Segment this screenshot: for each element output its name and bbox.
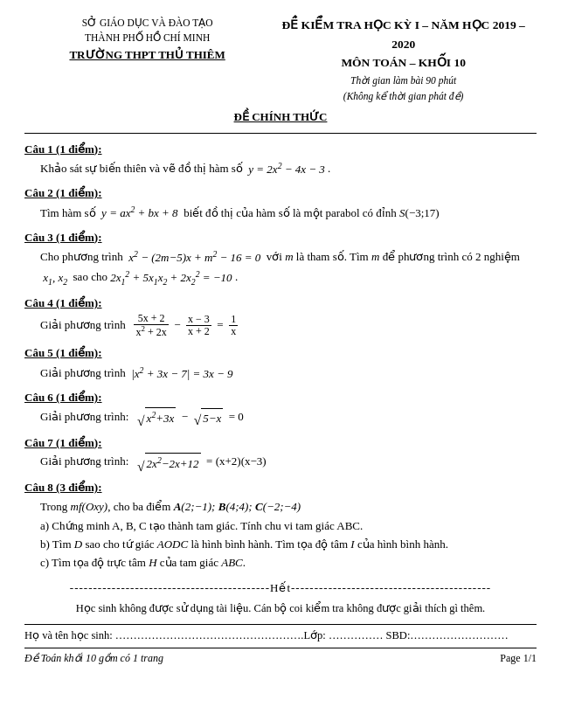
q5-formula: |x2 + 3x − 7| = 3x − 9 <box>131 367 232 380</box>
q4-content: Giải phương trình 5x + 2 x2 + 2x − x − 3… <box>40 313 537 338</box>
header-left: SỞ GIÁO DỤC VÀ ĐÀO TẠO THÀNH PHỐ HỒ CHÍ … <box>24 16 270 105</box>
q1-formula: y = 2x2 − 4x − 3 <box>248 163 325 176</box>
q4-frac3: 1 x <box>229 314 238 337</box>
time-note1: Thời gian làm bài 90 phút <box>270 73 537 88</box>
q5-title: Câu 5 (1 điểm): <box>24 346 102 359</box>
q5-content: Giải phương trình |x2 + 3x − 7| = 3x − 9 <box>40 363 537 383</box>
q3-title: Câu 3 (1 điểm): <box>24 231 102 244</box>
dept-line1: SỞ GIÁO DỤC VÀ ĐÀO TẠO <box>24 16 270 31</box>
q6-sqrt1: √x2+3x <box>137 407 176 428</box>
q4-title: Câu 4 (1 điểm): <box>24 296 102 309</box>
exam-subtitle: MÔN TOÁN – KHỐI 10 <box>270 53 537 73</box>
question-6: Câu 6 (1 điểm): Giải phương trình: √x2+3… <box>24 389 537 428</box>
q8-sub-a: a) Chứng minh A, B, C tạo thành tam giác… <box>40 517 537 535</box>
q6-title: Câu 6 (1 điểm): <box>24 391 102 404</box>
end-line: ----------------------------------------… <box>24 581 537 595</box>
question-1: Câu 1 (1 điểm): Khảo sát sự biến thiên v… <box>24 141 537 179</box>
q8-intro: Trong mf(Oxy), cho ba điểm A(2;−1); B(4;… <box>40 497 537 516</box>
exam-note: Học sinh không được sử dụng tài liệu. Cá… <box>24 600 537 617</box>
q2-content: Tìm hàm số y = ax2 + bx + 8 biết đồ thị … <box>40 203 537 223</box>
header-right: ĐỀ KIỂM TRA HỌC KỲ I – NĂM HỌC 2019 – 20… <box>270 16 537 105</box>
dept-line2: THÀNH PHỐ HỒ CHÍ MINH <box>24 31 270 45</box>
q6-content: Giải phương trình: √x2+3x − √5−x = 0 <box>40 407 537 428</box>
student-info: Họ và tên học sinh: …………………………………………….Lớ… <box>24 624 537 642</box>
question-7: Câu 7 (1 điểm): Giải phương trình: √2x2−… <box>24 434 537 474</box>
q1-content: Khảo sát sự biến thiên và vẽ đồ thị hàm … <box>40 158 537 178</box>
page-footer: Đề Toán khối 10 gồm có 1 trang Page 1/1 <box>24 648 537 665</box>
time-note2: (Không kể thời gian phát đề) <box>270 88 537 104</box>
q8-title: Câu 8 (3 điểm): <box>24 481 102 494</box>
q6-sqrt2: √5−x <box>194 408 224 427</box>
q2-title: Câu 2 (1 điểm): <box>24 186 102 199</box>
q3-formula: x2 − (2m−5)x + m2 − 16 = 0 <box>128 251 260 264</box>
q2-formula: y = ax2 + bx + 8 <box>101 206 178 219</box>
q8-sub-b: b) Tìm D sao cho tứ giác AODC là hình bì… <box>40 535 537 553</box>
question-2: Câu 2 (1 điểm): Tìm hàm số y = ax2 + bx … <box>24 184 537 223</box>
official-title: ĐỀ CHÍNH THỨC <box>24 110 537 124</box>
q7-content: Giải phương trình: √2x2−2x+12 = (x+2)(x−… <box>40 452 537 473</box>
q4-frac1: 5x + 2 x2 + 2x <box>134 313 168 338</box>
q1-title: Câu 1 (1 điểm): <box>24 142 102 156</box>
header-divider <box>24 133 537 134</box>
question-5: Câu 5 (1 điểm): Giải phương trình |x2 + … <box>24 344 537 383</box>
question-3: Câu 3 (1 điểm): Cho phương trình x2 − (2… <box>24 229 537 289</box>
footer-left-text: Đề Toán khối 10 gồm có 1 trang <box>24 652 163 665</box>
q3-content: Cho phương trình x2 − (2m−5)x + m2 − 16 … <box>40 246 537 288</box>
q7-title: Câu 7 (1 điểm): <box>24 436 102 449</box>
q4-frac2: x − 3 x + 2 <box>186 314 211 337</box>
q8-sub-c: c) Tìm tọa độ trực tâm H của tam giác AB… <box>40 553 537 572</box>
exam-title: ĐỀ KIỂM TRA HỌC KỲ I – NĂM HỌC 2019 – 20… <box>270 16 537 53</box>
page-header: SỞ GIÁO DỤC VÀ ĐÀO TẠO THÀNH PHỐ HỒ CHÍ … <box>24 16 537 105</box>
question-8: Câu 8 (3 điểm): Trong mf(Oxy), cho ba đi… <box>24 479 537 572</box>
question-4: Câu 4 (1 điểm): Giải phương trình 5x + 2… <box>24 295 537 338</box>
q2-vertex: S <box>399 206 405 219</box>
footer-right-text: Page 1/1 <box>500 652 537 665</box>
q7-sqrt: √2x2−2x+12 <box>137 453 201 474</box>
school-name: TRƯỜNG THPT THỦ THIÊM <box>24 46 270 64</box>
q3-roots: x1, x2 <box>43 271 67 284</box>
